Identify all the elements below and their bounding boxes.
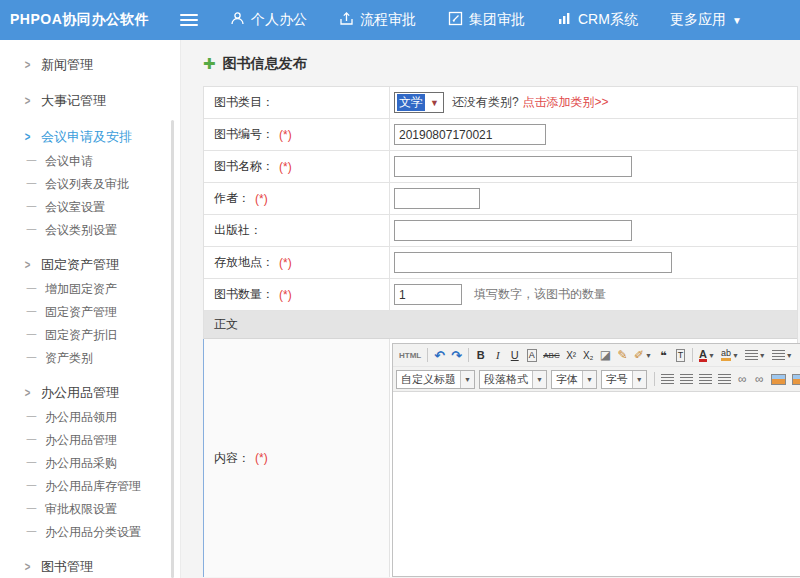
sidebar-scrollbar[interactable]	[171, 120, 174, 578]
image-button[interactable]	[769, 371, 788, 388]
nav-item-group-approval[interactable]: 集团审批	[448, 11, 525, 29]
undo-button[interactable]: ↶	[432, 347, 447, 364]
superscript-button[interactable]: X²	[564, 347, 579, 364]
main-content: ✚ 图书信息发布 图书类目： 文学 ▼ 还没有类别? 点击添加类别>> 图书编号…	[181, 40, 800, 578]
eraser-button[interactable]: ◪	[598, 347, 613, 364]
redo-button[interactable]: ↷	[449, 347, 464, 364]
publisher-input[interactable]	[394, 220, 632, 241]
edit-icon	[448, 11, 469, 29]
sidebar-item-4[interactable]: >办公用品管理	[0, 379, 180, 406]
align-center-button[interactable]	[678, 371, 695, 388]
nav-item-personal-office[interactable]: 个人办公	[230, 11, 307, 29]
subscript-button[interactable]: X₂	[581, 347, 596, 364]
paragraph-format-select[interactable]: 段落格式▼	[479, 370, 547, 389]
highlight-icon: ab	[721, 349, 731, 361]
strikethrough-button[interactable]: ABC	[541, 347, 561, 364]
bold-button[interactable]: B	[473, 347, 488, 364]
align-center-icon	[680, 374, 693, 385]
unlink-icon: ∞	[755, 372, 764, 386]
top-bar: PHPOA协同办公软件 个人办公流程审批集团审批CRM系统更多应用▼	[0, 0, 800, 40]
book-quantity-input[interactable]	[394, 284, 462, 305]
book-number-input[interactable]	[394, 124, 546, 145]
sidebar-item-3[interactable]: >固定资产管理	[0, 251, 180, 278]
fontcolor-button[interactable]: A▼	[697, 347, 717, 364]
italic-icon: I	[496, 349, 500, 361]
chevron-down-icon: ▼	[582, 371, 596, 388]
image-add-icon	[792, 374, 800, 385]
justify-button[interactable]	[716, 371, 733, 388]
content-label: 内容：	[214, 450, 250, 467]
superscript-icon: X²	[566, 350, 576, 361]
page-title: ✚ 图书信息发布	[203, 55, 800, 73]
dash-icon: 一	[26, 177, 37, 192]
unordered-list-button[interactable]: ▼	[770, 347, 795, 364]
book-name-input[interactable]	[394, 156, 632, 177]
blockquote-button[interactable]: ❝	[656, 347, 671, 364]
editor-content-area[interactable]	[393, 392, 800, 576]
menu-toggle-icon[interactable]	[180, 11, 198, 29]
pastetext-button[interactable]: T	[673, 347, 688, 364]
nav-item-more-apps[interactable]: 更多应用▼	[670, 11, 742, 29]
align-right-button[interactable]	[697, 371, 714, 388]
paintformat-button[interactable]: ✐▼	[632, 347, 654, 364]
sidebar-subitem-label: 办公用品分类设置	[45, 524, 141, 541]
sidebar-item-2[interactable]: >会议申请及安排	[0, 123, 180, 150]
sidebar-subitem-3-3[interactable]: 一资产类别	[0, 347, 180, 370]
form-row-category: 图书类目： 文学 ▼ 还没有类别? 点击添加类别>>	[204, 87, 797, 119]
storage-place-label: 存放地点：	[214, 254, 274, 271]
sidebar-subitem-4-0[interactable]: 一办公用品领用	[0, 406, 180, 429]
sidebar-subitem-4-4[interactable]: 一审批权限设置	[0, 498, 180, 521]
sidebar-subitem-3-1[interactable]: 一固定资产管理	[0, 301, 180, 324]
sidebar-subitem-2-1[interactable]: 一会议列表及审批	[0, 173, 180, 196]
sidebar-subitem-3-0[interactable]: 一增加固定资产	[0, 278, 180, 301]
sidebar-subitem-3-2[interactable]: 一固定资产折旧	[0, 324, 180, 347]
sidebar-item-0[interactable]: >新闻管理	[0, 51, 180, 78]
underline-button[interactable]: U	[507, 347, 522, 364]
italic-button[interactable]: I	[490, 347, 505, 364]
chevron-down-icon: ▼	[645, 352, 652, 359]
image-icon	[771, 374, 786, 385]
sidebar-subitem-4-3[interactable]: 一办公用品库存管理	[0, 475, 180, 498]
sidebar-item-1[interactable]: >大事记管理	[0, 87, 180, 114]
nav-item-workflow-approval[interactable]: 流程审批	[339, 11, 416, 29]
highlight-button[interactable]: ab▼	[719, 347, 741, 364]
clearformat-button[interactable]: ✎	[615, 347, 630, 364]
link-icon: ∞	[738, 372, 747, 386]
dash-icon: 一	[26, 502, 37, 517]
link-button[interactable]: ∞	[735, 371, 750, 388]
required-marker: (*)	[255, 451, 268, 465]
font-family-select[interactable]: 字体▼	[551, 370, 597, 389]
ordered-list-button[interactable]: ▼	[743, 347, 768, 364]
storage-place-input[interactable]	[394, 252, 672, 273]
font-size-select[interactable]: 字号▼	[601, 370, 647, 389]
dash-icon: 一	[26, 328, 37, 343]
sidebar-subitem-4-2[interactable]: 一办公用品采购	[0, 452, 180, 475]
sidebar-subitem-2-3[interactable]: 一会议类别设置	[0, 219, 180, 242]
toolbar-separator	[692, 348, 693, 362]
unlink-button[interactable]: ∞	[752, 371, 767, 388]
custom-title-select[interactable]: 自定义标题▼	[396, 370, 475, 389]
category-note: 还没有类别?	[452, 94, 519, 111]
autotype-button[interactable]: A	[524, 347, 539, 364]
nav-item-crm-system[interactable]: CRM系统	[557, 11, 638, 29]
sidebar-group: >新闻管理	[0, 51, 180, 78]
sidebar-subitem-2-2[interactable]: 一会议室设置	[0, 196, 180, 219]
image-add-button[interactable]	[790, 371, 800, 388]
underline-icon: U	[511, 349, 519, 361]
add-category-link[interactable]: 点击添加类别>>	[523, 94, 609, 111]
sidebar-subitem-label: 办公用品领用	[45, 409, 117, 426]
sidebar-item-5[interactable]: >图书管理	[0, 553, 180, 578]
unordered-list-icon	[772, 350, 785, 361]
select-label: 字体	[552, 372, 582, 387]
clearformat-icon: ✎	[617, 348, 627, 362]
html-source-button[interactable]: HTML	[397, 347, 423, 364]
sidebar-subitem-2-0[interactable]: 一会议申请	[0, 150, 180, 173]
form-row-book-quantity: 图书数量：(*)填写数字，该图书的数量	[204, 279, 797, 311]
category-select[interactable]: 文学 ▼	[394, 92, 444, 113]
top-nav: 个人办公流程审批集团审批CRM系统更多应用▼	[230, 11, 774, 29]
sidebar-subitem-4-1[interactable]: 一办公用品管理	[0, 429, 180, 452]
bold-icon: B	[477, 349, 485, 361]
author-input[interactable]	[394, 188, 480, 209]
sidebar-subitem-4-5[interactable]: 一办公用品分类设置	[0, 521, 180, 544]
align-left-button[interactable]	[659, 371, 676, 388]
